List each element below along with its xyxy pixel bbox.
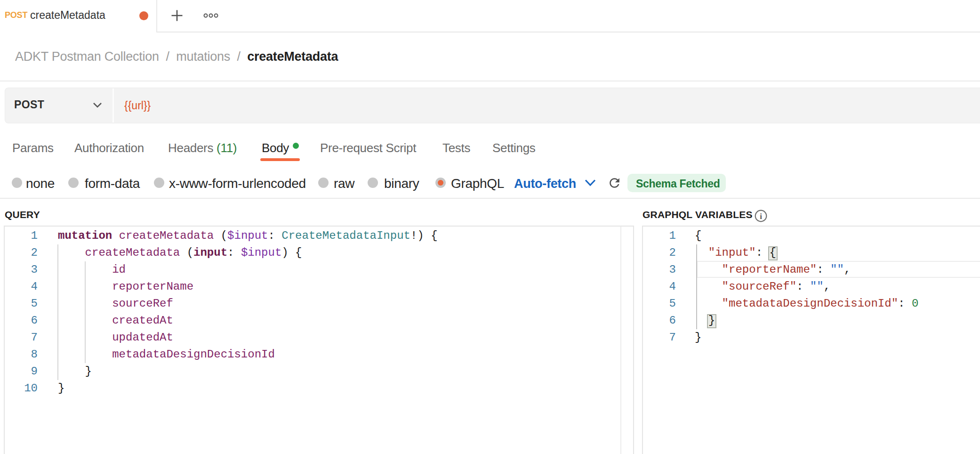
svg-text:i: i	[760, 212, 762, 221]
